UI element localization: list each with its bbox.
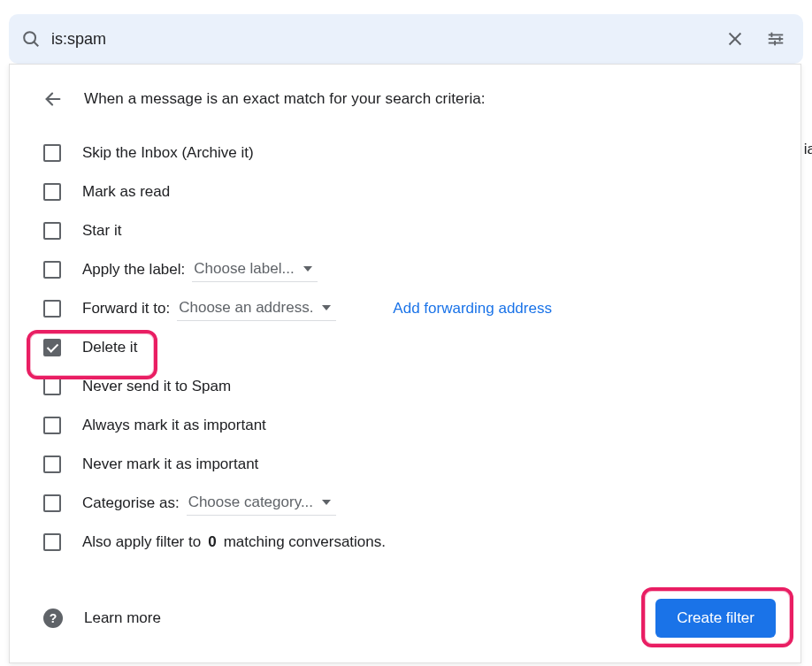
filter-creation-panel: When a message is an exact match for you… bbox=[9, 64, 801, 663]
checkbox-mark-read[interactable] bbox=[43, 183, 61, 201]
option-forward-it: Forward it to: Choose an address. Add fo… bbox=[43, 289, 776, 328]
checkbox-delete-it[interactable] bbox=[43, 339, 61, 356]
also-apply-suffix: matching conversations. bbox=[224, 533, 386, 551]
option-always-important: Always mark it as important bbox=[43, 406, 776, 445]
option-delete-it: Delete it bbox=[43, 328, 776, 367]
search-query-text[interactable]: is:spam bbox=[51, 30, 709, 49]
matching-count: 0 bbox=[208, 533, 216, 551]
forward-it-text: Forward it to: bbox=[82, 300, 170, 318]
back-arrow-icon[interactable] bbox=[43, 89, 63, 109]
option-categorise: Categorise as: Choose category... bbox=[43, 484, 776, 523]
clear-search-icon[interactable] bbox=[720, 24, 750, 54]
option-apply-label: Apply the label: Choose label... bbox=[43, 250, 776, 289]
search-bar: is:spam bbox=[9, 14, 803, 64]
checkbox-always-important[interactable] bbox=[43, 417, 61, 434]
option-skip-inbox: Skip the Inbox (Archive it) bbox=[43, 134, 776, 172]
label-always-important: Always mark it as important bbox=[82, 417, 266, 434]
dropdown-categorise[interactable]: Choose category... bbox=[187, 492, 336, 516]
dropdown-categorise-text: Choose category... bbox=[188, 494, 313, 511]
svg-rect-5 bbox=[769, 38, 784, 40]
search-icon bbox=[21, 29, 41, 49]
filter-footer: ? Learn more Create filter bbox=[43, 599, 776, 638]
checkbox-star-it[interactable] bbox=[43, 222, 61, 240]
option-mark-read: Mark as read bbox=[43, 172, 776, 211]
caret-down-icon bbox=[322, 500, 331, 505]
dropdown-forward-it-text: Choose an address. bbox=[179, 299, 313, 317]
caret-down-icon bbox=[322, 305, 331, 310]
create-filter-button[interactable]: Create filter bbox=[655, 599, 776, 638]
checkbox-skip-inbox[interactable] bbox=[43, 144, 61, 162]
label-star-it: Star it bbox=[82, 222, 121, 240]
label-never-spam: Never send it to Spam bbox=[82, 378, 231, 395]
categorise-text: Categorise as: bbox=[82, 494, 180, 512]
label-mark-read: Mark as read bbox=[82, 183, 170, 201]
learn-more-group: ? Learn more bbox=[43, 609, 161, 628]
option-also-apply: Also apply filter to 0 matching conversa… bbox=[43, 523, 776, 562]
caret-down-icon bbox=[303, 266, 312, 272]
checkbox-never-important[interactable] bbox=[43, 455, 61, 473]
checkbox-apply-label[interactable] bbox=[43, 261, 61, 279]
filter-header-text: When a message is an exact match for you… bbox=[84, 90, 486, 108]
add-forwarding-address-link[interactable]: Add forwarding address bbox=[393, 300, 552, 318]
svg-line-1 bbox=[34, 42, 38, 46]
option-never-important: Never mark it as important bbox=[43, 445, 776, 484]
label-apply-label: Apply the label: Choose label... bbox=[82, 258, 318, 282]
dropdown-apply-label[interactable]: Choose label... bbox=[192, 258, 317, 282]
dropdown-apply-label-text: Choose label... bbox=[194, 260, 294, 278]
label-never-important: Never mark it as important bbox=[82, 455, 258, 473]
checkbox-also-apply[interactable] bbox=[43, 533, 61, 551]
dropdown-forward-it[interactable]: Choose an address. bbox=[177, 297, 336, 321]
learn-more-link[interactable]: Learn more bbox=[84, 609, 161, 627]
background-overflow-text: ia bbox=[804, 141, 812, 158]
checkbox-never-spam[interactable] bbox=[43, 378, 61, 395]
label-delete-it: Delete it bbox=[82, 339, 137, 356]
label-categorise: Categorise as: Choose category... bbox=[82, 492, 336, 516]
option-never-spam: Never send it to Spam bbox=[43, 367, 776, 406]
label-forward-it: Forward it to: Choose an address. bbox=[82, 297, 336, 321]
svg-rect-4 bbox=[769, 34, 784, 36]
label-also-apply: Also apply filter to 0 matching conversa… bbox=[82, 533, 386, 551]
search-options-icon[interactable] bbox=[761, 24, 791, 54]
svg-point-0 bbox=[24, 32, 35, 43]
svg-rect-8 bbox=[779, 36, 781, 42]
checkbox-forward-it[interactable] bbox=[43, 300, 61, 318]
help-icon[interactable]: ? bbox=[43, 609, 63, 628]
option-star-it: Star it bbox=[43, 211, 776, 250]
also-apply-prefix: Also apply filter to bbox=[82, 533, 201, 551]
apply-label-text: Apply the label: bbox=[82, 261, 185, 279]
svg-rect-7 bbox=[771, 33, 773, 38]
filter-header-row: When a message is an exact match for you… bbox=[43, 89, 776, 109]
label-skip-inbox: Skip the Inbox (Archive it) bbox=[82, 144, 254, 162]
svg-rect-9 bbox=[774, 41, 776, 46]
checkbox-categorise[interactable] bbox=[43, 494, 61, 512]
